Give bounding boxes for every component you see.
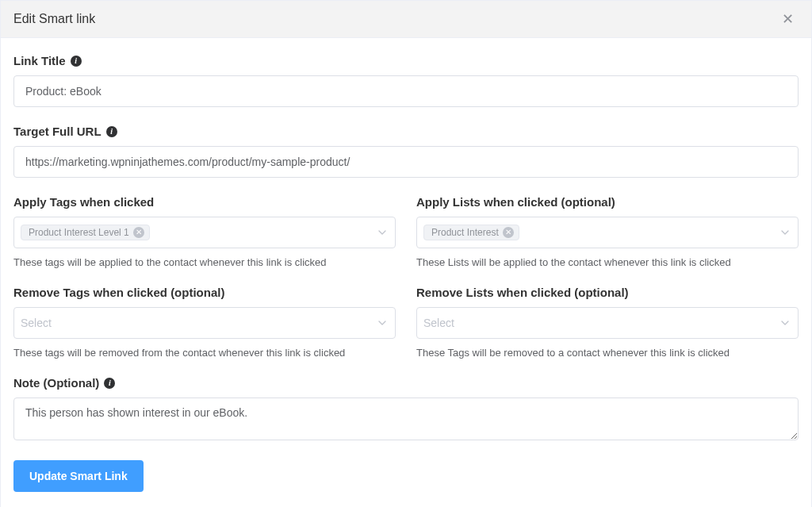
close-icon: ✕ (782, 11, 794, 27)
info-icon: i (106, 126, 117, 137)
modal-header: Edit Smart link ✕ (1, 1, 811, 38)
info-icon: i (71, 56, 82, 67)
select-placeholder: Select (21, 317, 52, 329)
apply-tags-label: Apply Tags when clicked (13, 195, 396, 209)
apply-tags-select[interactable]: Product Interest Level 1 ✕ (13, 217, 396, 248)
link-title-label-row: Link Title i (13, 54, 799, 67)
target-url-label: Target Full URL (13, 125, 102, 138)
target-url-label-row: Target Full URL i (13, 125, 799, 138)
remove-row: Remove Tags when clicked (optional) Sele… (13, 286, 799, 359)
info-icon: i (104, 378, 115, 389)
note-group: Note (Optional) i (13, 376, 799, 443)
note-label-row: Note (Optional) i (13, 376, 799, 390)
apply-lists-select[interactable]: Product Interest ✕ (416, 217, 799, 248)
remove-lists-label: Remove Lists when clicked (optional) (416, 286, 799, 299)
remove-lists-helper: These Tags will be removed to a contact … (416, 347, 799, 359)
close-button[interactable]: ✕ (777, 9, 799, 29)
edit-smart-link-modal: Edit Smart link ✕ Link Title i Target Fu… (0, 0, 812, 507)
link-title-group: Link Title i (13, 54, 799, 107)
apply-lists-label: Apply Lists when clicked (optional) (416, 195, 799, 209)
note-label: Note (Optional) (13, 376, 99, 390)
apply-lists-col: Apply Lists when clicked (optional) Prod… (416, 195, 799, 268)
remove-lists-col: Remove Lists when clicked (optional) Sel… (416, 286, 799, 359)
tag-remove-icon[interactable]: ✕ (503, 227, 514, 238)
chevron-down-icon (780, 318, 790, 328)
remove-tags-select[interactable]: Select (13, 307, 396, 339)
select-placeholder: Select (423, 317, 454, 329)
apply-lists-helper: These Lists will be applied to the conta… (416, 256, 799, 268)
apply-tags-helper: These tags will be applied to the contac… (13, 256, 396, 268)
modal-body: Link Title i Target Full URL i Apply Tag… (1, 38, 811, 507)
apply-tags-col: Apply Tags when clicked Product Interest… (13, 195, 396, 268)
tag-chip-label: Product Interest Level 1 (29, 227, 129, 238)
target-url-input[interactable] (13, 146, 799, 178)
remove-tags-helper: These tags will be removed from the cont… (13, 347, 396, 359)
link-title-label: Link Title (13, 54, 66, 67)
remove-lists-select[interactable]: Select (416, 307, 799, 339)
note-textarea[interactable] (13, 398, 799, 440)
tag-chip: Product Interest Level 1 ✕ (21, 225, 150, 240)
chevron-down-icon (377, 318, 387, 328)
chevron-down-icon (780, 228, 790, 237)
tag-chip: Product Interest ✕ (423, 225, 519, 240)
tag-remove-icon[interactable]: ✕ (133, 227, 144, 238)
apply-row: Apply Tags when clicked Product Interest… (13, 195, 799, 268)
update-smart-link-button[interactable]: Update Smart Link (13, 460, 144, 492)
link-title-input[interactable] (13, 75, 799, 107)
target-url-group: Target Full URL i (13, 125, 799, 178)
remove-tags-label: Remove Tags when clicked (optional) (13, 286, 396, 299)
tag-chip-label: Product Interest (431, 227, 499, 238)
remove-tags-col: Remove Tags when clicked (optional) Sele… (13, 286, 396, 359)
chevron-down-icon (377, 228, 387, 237)
modal-title: Edit Smart link (13, 12, 95, 26)
